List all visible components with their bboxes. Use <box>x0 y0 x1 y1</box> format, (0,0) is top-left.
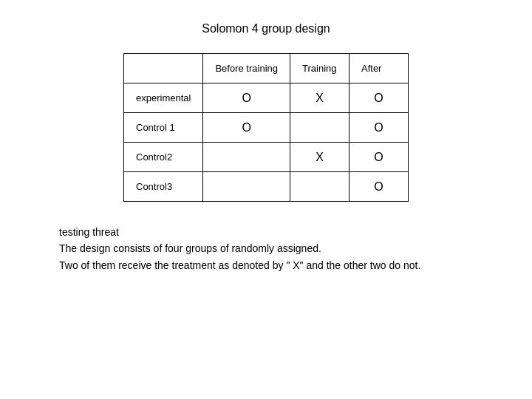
table-row: experimental O X O <box>124 83 409 113</box>
header-empty <box>124 54 203 83</box>
description-line1: testing threat <box>59 224 420 240</box>
header-before-training: Before training <box>203 54 290 83</box>
header-training: Training <box>290 54 349 83</box>
description-line2: The design consists of four groups of ra… <box>59 240 420 256</box>
solomon-table: Before training Training After experimen… <box>123 53 409 202</box>
cell-ctrl3-before <box>203 172 290 202</box>
cell-exp-before: O <box>203 83 290 113</box>
page-title: Solomon 4 group design <box>202 22 330 35</box>
cell-ctrl1-after: O <box>349 113 409 143</box>
row-label-control2: Control2 <box>124 143 203 172</box>
cell-exp-training: X <box>290 83 349 113</box>
row-label-control1: Control 1 <box>124 113 203 143</box>
cell-ctrl2-training: X <box>290 143 349 172</box>
cell-ctrl3-after: O <box>349 172 409 202</box>
description-block: testing threat The design consists of fo… <box>0 224 420 273</box>
table-row: Control 1 O O <box>124 113 409 143</box>
table-row: Control3 O <box>124 172 409 202</box>
cell-ctrl3-training <box>290 172 349 202</box>
cell-ctrl1-before: O <box>203 113 290 143</box>
row-label-experimental: experimental <box>124 83 203 113</box>
header-after: After <box>349 54 409 83</box>
cell-ctrl2-before <box>203 143 290 172</box>
cell-ctrl2-after: O <box>349 143 409 172</box>
table-row: Control2 X O <box>124 143 409 172</box>
cell-ctrl1-training <box>290 113 349 143</box>
row-label-control3: Control3 <box>124 172 203 202</box>
cell-exp-after: O <box>349 83 409 113</box>
description-line3: Two of them receive the treatment as den… <box>59 257 420 273</box>
